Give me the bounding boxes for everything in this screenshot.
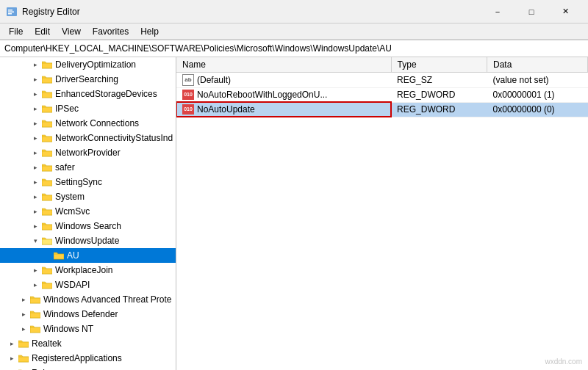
tree-label: EnhancedStorageDevices xyxy=(55,89,157,99)
tree-item[interactable]: ▸ EnhancedStorageDevices xyxy=(0,87,176,101)
value-name-cell: 010NoAutoUpdate xyxy=(176,102,391,117)
folder-icon xyxy=(41,162,53,173)
tree-item[interactable]: ▸ SettingSync xyxy=(0,175,176,189)
tree-item[interactable]: ▸ DriverSearching xyxy=(0,72,176,87)
tree-expander[interactable]: ▸ xyxy=(29,76,41,83)
tree-item[interactable]: ▾ WindowsUpdate xyxy=(0,233,176,248)
svg-rect-3 xyxy=(8,13,12,15)
tree-expander[interactable]: ▸ xyxy=(18,311,29,318)
folder-icon xyxy=(41,235,53,247)
folder-icon xyxy=(41,206,53,217)
folder-icon xyxy=(41,279,53,291)
value-panel: Name Type Data ab(Default)REG_SZ(value n… xyxy=(176,57,588,370)
tree-item[interactable]: ▸ Realtek xyxy=(0,336,176,351)
value-data-cell: (value not set) xyxy=(487,72,588,87)
tree-item[interactable]: ▸ Windows Defender xyxy=(0,307,176,322)
tree-label: DeliveryOptimization xyxy=(55,59,136,70)
table-row[interactable]: ab(Default)REG_SZ(value not set) xyxy=(176,72,588,87)
tree-expander[interactable]: ▸ xyxy=(29,222,41,230)
table-row[interactable]: 010NoAutoUpdateREG_DWORD0x00000000 (0) xyxy=(176,102,588,117)
tree-item[interactable]: ▸ Network Connections xyxy=(0,116,176,131)
folder-icon xyxy=(29,294,41,305)
menu-item-edit[interactable]: Edit xyxy=(29,23,56,39)
address-bar: Computer\HKEY_LOCAL_MACHINE\SOFTWARE\Pol… xyxy=(0,40,588,57)
title-bar: Registry Editor − □ ✕ xyxy=(0,0,588,23)
tree-expander[interactable]: ▸ xyxy=(29,105,41,112)
value-row-icon: 010NoAutoUpdate xyxy=(182,104,385,115)
folder-icon xyxy=(41,103,53,115)
tree-item[interactable]: ▸ WcmSvc xyxy=(0,204,176,219)
tree-expander[interactable]: ▸ xyxy=(29,90,41,98)
tree-expander[interactable]: ▸ xyxy=(29,120,41,127)
tree-item[interactable]: ▸ Reimage xyxy=(0,366,176,370)
tree-item[interactable]: ▸ WSDAPI xyxy=(0,278,176,292)
value-data-cell: 0x00000000 (0) xyxy=(487,102,588,117)
tree-expander[interactable]: ▸ xyxy=(6,340,18,347)
col-data: Data xyxy=(487,57,588,72)
tree-expander[interactable]: ▸ xyxy=(6,355,18,362)
tree-item[interactable]: ▸ safer xyxy=(0,160,176,175)
menu-item-file[interactable]: File xyxy=(3,23,29,39)
tree-scroll[interactable]: ▸ DeliveryOptimization▸ DriverSearching▸… xyxy=(0,57,176,370)
menu-item-favorites[interactable]: Favorites xyxy=(87,23,135,39)
tree-item[interactable]: ▸ Windows Search xyxy=(0,219,176,233)
menu-bar: FileEditViewFavoritesHelp xyxy=(0,23,588,40)
tree-item[interactable]: ▸ Windows Advanced Threat Prote xyxy=(0,292,176,307)
tree-label: Windows Search xyxy=(55,221,121,231)
maximize-button[interactable]: □ xyxy=(514,0,548,23)
tree-item[interactable]: ▸ IPSec xyxy=(0,101,176,116)
folder-icon xyxy=(41,191,53,203)
tree-expander[interactable]: ▸ xyxy=(29,149,41,156)
tree-item[interactable]: ▸ RegisteredApplications xyxy=(0,351,176,366)
folder-icon xyxy=(41,88,53,100)
registry-icon xyxy=(6,6,18,18)
value-type-cell: REG_SZ xyxy=(391,72,487,87)
tree-label: DriverSearching xyxy=(55,74,118,84)
value-row-icon: ab(Default) xyxy=(182,74,385,86)
tree-expander[interactable]: ▾ xyxy=(29,237,41,244)
tree-item[interactable]: ▸ NetworkConnectivityStatusInd xyxy=(0,131,176,145)
tree-label: NetworkProvider xyxy=(55,148,121,158)
tree-expander[interactable]: ▸ xyxy=(18,296,29,303)
tree-label: Windows Defender xyxy=(43,309,118,319)
tree-label: RegisteredApplications xyxy=(32,353,122,363)
tree-label: System xyxy=(55,192,85,202)
watermark: wxddn.com xyxy=(545,358,582,366)
minimize-button[interactable]: − xyxy=(481,0,514,23)
tree-label: WcmSvc xyxy=(55,206,90,217)
menu-item-help[interactable]: Help xyxy=(135,23,165,39)
tree-item[interactable]: ▸ DeliveryOptimization xyxy=(0,57,176,72)
tree-expander[interactable]: ▸ xyxy=(29,193,41,200)
reg-dword-icon: 010 xyxy=(182,90,194,100)
tree-item[interactable]: ▸ NetworkProvider xyxy=(0,145,176,160)
svg-rect-1 xyxy=(8,10,12,11)
tree-item[interactable]: ▸ Windows NT xyxy=(0,322,176,336)
tree-expander[interactable]: ▸ xyxy=(29,164,41,171)
reg-sz-icon: ab xyxy=(182,74,194,86)
tree-expander[interactable]: ▸ xyxy=(29,61,41,68)
tree-expander[interactable]: ▸ xyxy=(18,325,29,333)
tree-expander[interactable]: ▸ xyxy=(29,281,41,289)
tree-label: WSDAPI xyxy=(55,280,90,290)
address-text: Computer\HKEY_LOCAL_MACHINE\SOFTWARE\Pol… xyxy=(4,43,392,54)
close-button[interactable]: ✕ xyxy=(548,0,582,23)
value-row-icon: 010NoAutoRebootWithLoggedOnU... xyxy=(182,90,385,100)
tree-label: Network Connections xyxy=(55,118,139,128)
col-type: Type xyxy=(391,57,487,72)
menu-item-view[interactable]: View xyxy=(56,23,87,39)
table-row[interactable]: 010NoAutoRebootWithLoggedOnU...REG_DWORD… xyxy=(176,87,588,102)
window-title: Registry Editor xyxy=(22,7,80,17)
tree-expander[interactable]: ▸ xyxy=(29,178,41,186)
svg-rect-2 xyxy=(8,11,14,12)
tree-expander[interactable]: ▸ xyxy=(29,134,41,142)
tree-expander[interactable]: ▸ xyxy=(29,208,41,215)
tree-item[interactable]: ▸ WorkplaceJoin xyxy=(0,263,176,278)
tree-item[interactable]: ▸ System xyxy=(0,189,176,204)
folder-icon xyxy=(18,338,29,349)
col-name: Name xyxy=(176,57,391,72)
folder-icon xyxy=(41,264,53,276)
tree-item[interactable]: AU xyxy=(0,248,176,263)
value-name-cell: 010NoAutoRebootWithLoggedOnU... xyxy=(176,87,391,102)
main-content: ▸ DeliveryOptimization▸ DriverSearching▸… xyxy=(0,57,588,370)
tree-expander[interactable]: ▸ xyxy=(29,266,41,274)
